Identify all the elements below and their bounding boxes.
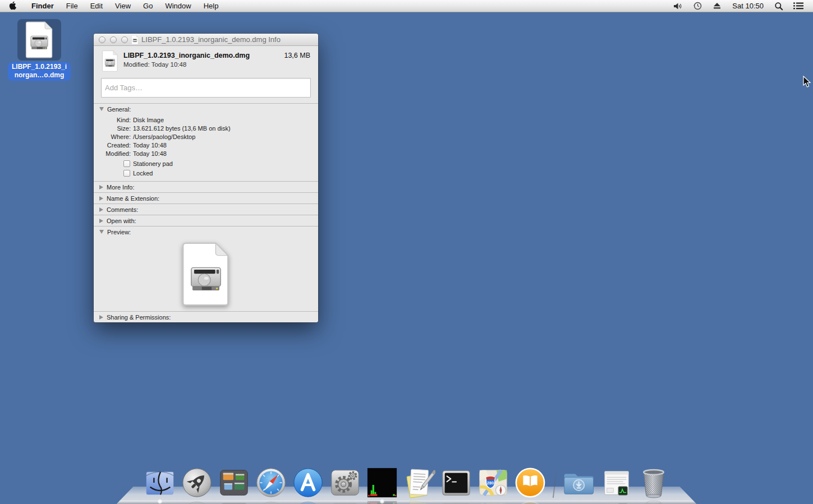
disclosure-triangle-right-icon[interactable]	[99, 219, 103, 223]
menu-bar: Finder File Edit View Go Window Help Sat…	[0, 0, 813, 12]
dock-app-store-icon[interactable]	[292, 466, 324, 499]
dock-launchpad-icon[interactable]	[181, 466, 213, 499]
minimize-button[interactable]	[110, 36, 117, 43]
locked-label: Locked	[133, 169, 153, 178]
modified-line: Modified: Today 10:48	[123, 61, 310, 68]
dock-maps-icon[interactable]: 280	[477, 466, 509, 499]
zoom-button[interactable]	[121, 36, 128, 43]
general-content: Kind: Disk Image Size: 13.621.612 bytes …	[94, 114, 318, 181]
file-name: LIBPF_1.0.2193_inorganic_demo.dmg	[123, 52, 279, 59]
window-title: LIBPF_1.0.2193_inorganic_demo.dmg Info	[141, 35, 281, 44]
disclosure-triangle-right-icon[interactable]	[99, 315, 103, 320]
svg-text:280: 280	[486, 480, 494, 485]
dock: 280	[141, 466, 672, 499]
apple-icon	[9, 1, 17, 12]
disclosure-triangle-right-icon[interactable]	[99, 196, 103, 201]
preview-dmg-icon	[181, 242, 231, 307]
menu-help[interactable]: Help	[197, 0, 225, 12]
time-machine-icon[interactable]	[689, 0, 706, 12]
dock-terminal-icon[interactable]	[440, 466, 472, 499]
menu-view[interactable]: View	[109, 0, 137, 12]
menu-go[interactable]: Go	[137, 0, 159, 12]
dock-activity-app-icon[interactable]	[366, 466, 398, 499]
file-size: 13,6 MB	[284, 52, 310, 59]
dock-finder-icon[interactable]	[144, 466, 176, 499]
add-tags-input[interactable]	[101, 78, 311, 98]
dock-documents-stack-icon[interactable]	[600, 466, 633, 499]
get-info-window: LIBPF_1.0.2193_inorganic_demo.dmg Info L…	[94, 34, 318, 322]
dock-divider[interactable]	[552, 469, 557, 498]
disclosure-triangle-down-icon[interactable]	[99, 230, 104, 234]
preview-content	[94, 237, 318, 311]
dock-safari-icon[interactable]	[255, 466, 287, 499]
icon-selection-highlight	[17, 19, 61, 61]
titlebar-doc-icon	[131, 35, 139, 44]
menu-edit[interactable]: Edit	[84, 0, 109, 12]
disclosure-triangle-right-icon[interactable]	[99, 207, 103, 212]
section-open-with[interactable]: Open with:	[94, 215, 318, 226]
dock-downloads-folder-icon[interactable]	[563, 466, 596, 499]
volume-icon[interactable]	[669, 0, 687, 12]
section-comments[interactable]: Comments:	[94, 204, 318, 215]
info-row: Modified: Today 10:48	[94, 150, 318, 158]
desktop-icon-label: LIBPF_1.0.2193_i norgan…o.dmg	[8, 62, 71, 81]
eject-icon[interactable]	[709, 0, 725, 12]
info-row: Size: 13.621.612 bytes (13,6 MB on disk)	[94, 124, 318, 133]
stationery-pad-label: Stationery pad	[133, 160, 173, 168]
info-row: Created: Today 10:48	[94, 141, 318, 150]
locked-checkbox[interactable]	[123, 170, 130, 177]
menu-window[interactable]: Window	[159, 0, 197, 12]
menu-file[interactable]: File	[60, 0, 84, 12]
section-general[interactable]: General:	[94, 103, 318, 114]
dock-trash-icon[interactable]	[637, 466, 670, 499]
info-row: Kind: Disk Image	[94, 116, 318, 124]
dock-ibooks-icon[interactable]	[514, 466, 546, 499]
section-sharing-permissions[interactable]: Sharing & Permissions:	[94, 311, 318, 322]
menubar-clock[interactable]: Sat 10:50	[728, 2, 768, 10]
file-icon	[102, 50, 118, 74]
info-row: Where: /Users/paolog/Desktop	[94, 133, 318, 141]
section-name-extension[interactable]: Name & Extension:	[94, 192, 318, 204]
disclosure-triangle-down-icon[interactable]	[99, 107, 104, 111]
mouse-cursor	[803, 76, 811, 90]
window-titlebar[interactable]: LIBPF_1.0.2193_inorganic_demo.dmg Info	[94, 34, 318, 46]
section-more-info[interactable]: More Info:	[94, 181, 318, 192]
spotlight-icon[interactable]	[770, 0, 787, 12]
close-button[interactable]	[99, 36, 105, 43]
dock-system-preferences-icon[interactable]	[329, 466, 361, 499]
apple-menu[interactable]	[0, 0, 25, 12]
disclosure-triangle-right-icon[interactable]	[99, 185, 103, 189]
stationery-pad-checkbox[interactable]	[123, 160, 130, 167]
menu-finder[interactable]: Finder	[25, 0, 60, 12]
section-preview[interactable]: Preview:	[94, 226, 318, 237]
interstate-shield: 280	[486, 477, 494, 489]
dmg-file-icon	[25, 21, 54, 58]
notification-center-icon[interactable]	[789, 0, 807, 12]
dock-mission-control-icon[interactable]	[218, 466, 250, 499]
dock-textedit-icon[interactable]	[403, 466, 435, 499]
desktop-dmg-file[interactable]: LIBPF_1.0.2193_i norgan…o.dmg	[7, 19, 72, 81]
